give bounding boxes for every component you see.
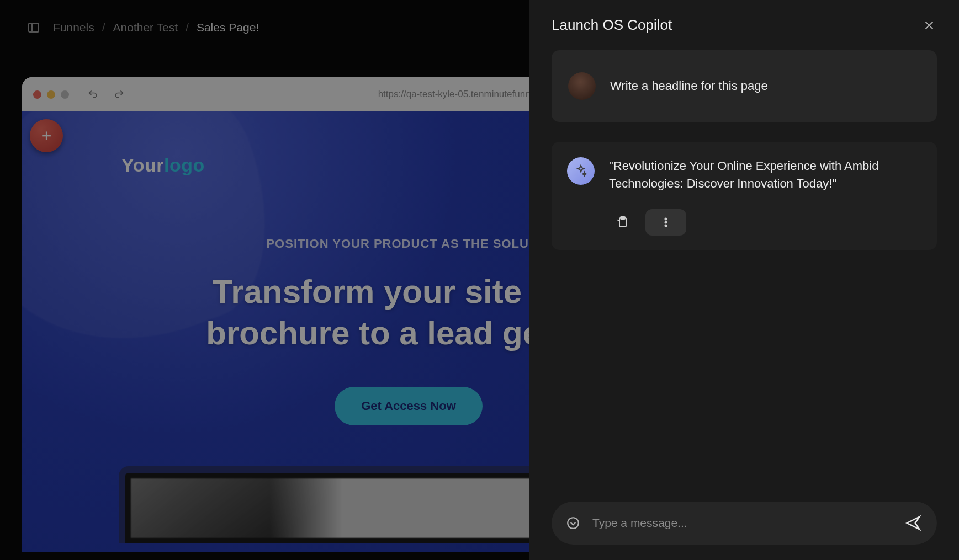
more-actions-button[interactable] xyxy=(645,209,686,236)
copy-button[interactable] xyxy=(609,209,635,236)
copilot-title: Launch OS Copilot xyxy=(552,17,672,34)
ai-avatar xyxy=(567,157,595,185)
copilot-panel: Launch OS Copilot Write a headline for t… xyxy=(529,0,959,560)
input-options-button[interactable] xyxy=(565,515,581,531)
close-button[interactable] xyxy=(921,18,937,33)
copilot-input-row xyxy=(552,502,937,545)
user-avatar xyxy=(568,72,596,100)
ai-message-text: "Revolutionize Your Online Experience wi… xyxy=(609,157,921,193)
svg-point-9 xyxy=(568,518,579,529)
svg-point-6 xyxy=(665,218,667,220)
user-message: Write a headline for this page xyxy=(552,50,937,122)
ai-message: "Revolutionize Your Online Experience wi… xyxy=(552,142,937,250)
ai-message-actions xyxy=(609,209,921,236)
copilot-messages: Write a headline for this page "Revoluti… xyxy=(552,50,937,502)
svg-point-7 xyxy=(665,221,667,223)
ai-message-body: "Revolutionize Your Online Experience wi… xyxy=(609,157,921,236)
user-message-text: Write a headline for this page xyxy=(610,79,768,93)
send-button[interactable] xyxy=(903,513,924,534)
svg-point-8 xyxy=(665,225,667,226)
copilot-header: Launch OS Copilot xyxy=(552,17,937,34)
copilot-input[interactable] xyxy=(592,516,892,530)
